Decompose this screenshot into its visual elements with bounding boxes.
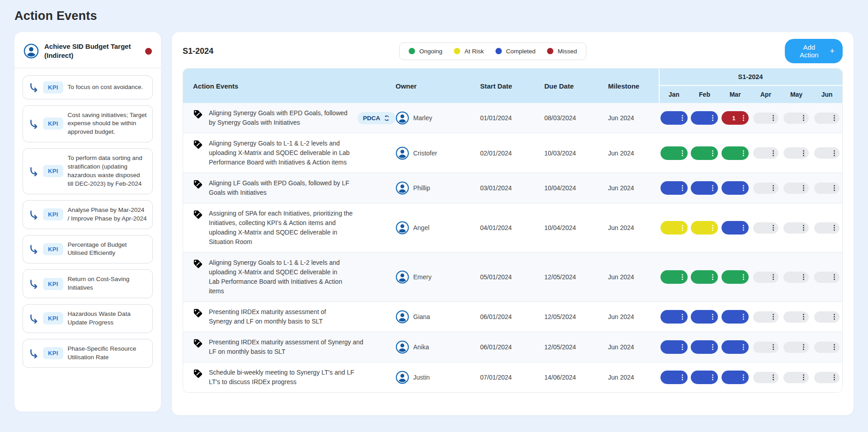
month-status-pill-jun[interactable] xyxy=(814,183,840,194)
month-status-pill-feb[interactable] xyxy=(691,221,718,235)
month-status-pill-mar[interactable] xyxy=(722,310,749,324)
kpi-card[interactable]: KPI Phase-Specific Resource Utilisation … xyxy=(23,339,153,368)
kpi-label: Percentage of Budget Utilised Efficientl… xyxy=(68,241,147,258)
month-status-pill-apr[interactable] xyxy=(753,372,778,383)
month-status-pill-feb[interactable] xyxy=(691,340,718,354)
month-status-pill-mar[interactable] xyxy=(722,221,749,235)
sidebar: Achieve SID Budget Target (Indirect) KPI… xyxy=(14,32,161,412)
month-status-pill-feb[interactable] xyxy=(691,111,718,125)
action-cell: Aligning Synergy Goals with EPD Goals, f… xyxy=(183,108,396,127)
kpi-card[interactable]: KPI Analyse Phase by Mar-2024 / Improve … xyxy=(23,200,153,229)
month-status-pill-may[interactable] xyxy=(783,272,809,283)
month-status-pill-may[interactable] xyxy=(783,183,809,194)
month-status-pill-jan[interactable] xyxy=(660,310,688,324)
month-status-pill-jan[interactable] xyxy=(660,270,688,284)
month-status-pill-apr[interactable] xyxy=(753,272,778,283)
month-status-pill-mar[interactable]: 1 xyxy=(722,111,749,125)
kebab-menu-icon xyxy=(743,347,744,348)
month-status-pill-may[interactable] xyxy=(783,113,809,124)
month-status-pill-feb[interactable] xyxy=(691,371,718,384)
month-status-pill-feb[interactable] xyxy=(691,146,718,160)
month-status-pill-feb[interactable] xyxy=(691,310,718,324)
month-status-pill-mar[interactable] xyxy=(722,340,749,354)
kpi-card[interactable]: KPI Percentage of Budget Utilised Effici… xyxy=(23,235,153,264)
month-status-pill-jun[interactable] xyxy=(814,113,840,124)
month-status-pill-mar[interactable] xyxy=(722,146,749,160)
month-status-pill-apr[interactable] xyxy=(753,342,778,353)
owner-cell: Giana xyxy=(396,310,480,324)
kebab-menu-icon xyxy=(682,188,683,189)
kebab-menu-icon xyxy=(834,377,835,378)
action-text: Aligning LF Goals with EPD Goals, follow… xyxy=(209,178,358,197)
kebab-menu-icon xyxy=(682,152,683,154)
month-status-pill-jan[interactable] xyxy=(660,371,688,384)
owner-cell: Angel xyxy=(396,221,480,235)
month-status-pill-mar[interactable] xyxy=(722,270,749,284)
action-text: Aligning Synergy Goals with EPD Goals, f… xyxy=(209,108,352,127)
owner-name: Marley xyxy=(413,114,432,122)
kebab-menu-icon xyxy=(682,227,683,229)
month-status-pill-may[interactable] xyxy=(783,222,809,234)
month-status-pill-mar[interactable] xyxy=(722,181,749,195)
action-text: Aligning Synergy Goals to L-1 & L-2 leve… xyxy=(209,139,358,167)
owner-cell: Phillip xyxy=(396,181,480,195)
month-status-pill-jun[interactable] xyxy=(814,342,840,353)
month-status-pill-apr[interactable] xyxy=(753,311,778,323)
kebab-menu-icon xyxy=(834,347,835,348)
owner-name: Angel xyxy=(413,224,429,231)
month-status-pill-may[interactable] xyxy=(783,311,809,323)
month-status-pill-jan[interactable] xyxy=(660,340,688,354)
kebab-menu-icon xyxy=(743,152,744,154)
month-status-pill-jan[interactable] xyxy=(660,111,688,125)
month-status-pill-mar[interactable] xyxy=(722,371,749,384)
month-status-pill-jun[interactable] xyxy=(814,147,840,159)
table-row: Assigning of SPA for each Initiatives, p… xyxy=(183,203,842,252)
month-status-pill-apr[interactable] xyxy=(753,222,778,234)
kebab-menu-icon xyxy=(712,227,713,229)
month-status-pill-jan[interactable] xyxy=(660,146,688,160)
add-action-button[interactable]: Add Action + xyxy=(785,39,843,63)
tag-icon xyxy=(193,210,203,220)
branch-arrow-icon xyxy=(28,314,38,324)
owner-name: Emery xyxy=(413,273,431,281)
month-status-pill-jan[interactable] xyxy=(660,181,688,195)
month-status-pill-jun[interactable] xyxy=(814,272,840,283)
kebab-menu-icon xyxy=(803,117,804,119)
kpi-card[interactable]: KPI To focus on cost avoidance. xyxy=(23,75,153,99)
tag-icon xyxy=(193,179,203,189)
kpi-card[interactable]: KPI Hazardous Waste Data Update Progress xyxy=(23,304,153,333)
owner-name: Giana xyxy=(413,313,430,320)
pdca-badge[interactable]: PDCA xyxy=(358,112,396,124)
month-status-pill-may[interactable] xyxy=(783,372,809,383)
month-status-pill-apr[interactable] xyxy=(753,147,778,159)
due-date: 10/04/2024 xyxy=(544,184,608,192)
month-status-pill-jun[interactable] xyxy=(814,222,840,234)
owner-avatar-icon xyxy=(396,146,409,160)
kebab-menu-icon xyxy=(803,316,804,318)
start-date: 02/01/2024 xyxy=(480,150,544,157)
due-date: 08/03/2024 xyxy=(544,114,608,122)
kpi-card[interactable]: KPI Cost saving initiatives; Target expe… xyxy=(23,105,153,143)
due-date: 10/04/2024 xyxy=(544,224,608,231)
kebab-menu-icon xyxy=(743,188,744,189)
milestone: Jun 2024 xyxy=(608,114,659,122)
kpi-card[interactable]: KPI To perform data sorting and stratifi… xyxy=(23,148,153,194)
month-status-pill-may[interactable] xyxy=(783,342,809,353)
branch-arrow-icon xyxy=(28,166,38,176)
legend-label: At Risk xyxy=(464,48,484,55)
month-status-pill-apr[interactable] xyxy=(753,183,778,194)
goal-card[interactable]: Achieve SID Budget Target (Indirect) xyxy=(23,40,153,68)
owner-avatar-icon xyxy=(396,310,409,324)
table-row: Schedule bi-weekly meeting to Synergy LT… xyxy=(183,362,842,392)
month-status-pill-jun[interactable] xyxy=(814,372,840,383)
col-header-apr: Apr xyxy=(750,86,781,103)
month-status-pill-jun[interactable] xyxy=(814,311,840,323)
kpi-card[interactable]: KPI Return on Cost-Saving Initiatives xyxy=(23,269,153,298)
month-status-pill-apr[interactable] xyxy=(753,113,778,124)
month-status-pill-feb[interactable] xyxy=(691,270,718,284)
kpi-label: Phase-Specific Resource Utilisation Rate xyxy=(68,345,147,362)
month-status-pill-may[interactable] xyxy=(783,147,809,159)
month-status-pill-jan[interactable] xyxy=(660,221,688,235)
month-status-pill-feb[interactable] xyxy=(691,181,718,195)
kebab-menu-icon xyxy=(834,316,835,318)
